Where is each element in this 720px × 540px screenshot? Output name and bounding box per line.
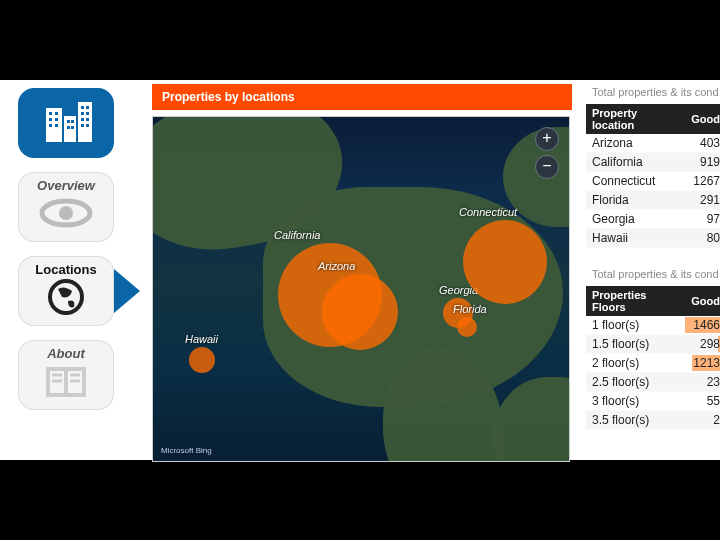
svg-rect-2 <box>78 102 92 142</box>
cell-location: Connecticut <box>586 172 685 191</box>
cell-good: 2 <box>685 411 720 430</box>
svg-rect-10 <box>86 106 89 109</box>
table-row[interactable]: Connecticut1267 <box>586 172 720 191</box>
svg-rect-6 <box>55 118 58 121</box>
cell-location: Florida <box>586 191 685 210</box>
app-window: Overview Locations About <box>0 80 720 460</box>
sidebar-item-logo[interactable] <box>18 88 114 158</box>
col-header: Properties Floors <box>586 286 685 316</box>
table-row[interactable]: California919 <box>586 153 720 172</box>
table-row[interactable]: 2 floor(s)1213 <box>586 354 720 373</box>
map-bubble[interactable] <box>189 347 215 373</box>
eye-icon <box>18 193 114 233</box>
svg-rect-4 <box>55 112 58 115</box>
cell-location: California <box>586 153 685 172</box>
svg-rect-9 <box>81 106 84 109</box>
map-bubble-label: Connecticut <box>459 206 517 218</box>
sidebar-item-locations[interactable]: Locations <box>18 256 114 326</box>
cell-good: 291 <box>685 191 720 210</box>
cell-good: 1466 <box>685 316 720 335</box>
table-caption: Total properties & its cond <box>586 80 720 104</box>
svg-rect-12 <box>86 112 89 115</box>
cell-good: 298 <box>685 335 720 354</box>
svg-rect-17 <box>67 120 70 123</box>
tables-panel: Total properties & its cond Property loc… <box>586 80 720 460</box>
svg-rect-11 <box>81 112 84 115</box>
map-bubble[interactable] <box>457 317 477 337</box>
svg-rect-3 <box>49 112 52 115</box>
table-floors: Properties Floors Good 1 floor(s)14661.5… <box>586 286 720 430</box>
svg-rect-8 <box>55 124 58 127</box>
map-bubble[interactable] <box>322 274 398 350</box>
svg-rect-5 <box>49 118 52 121</box>
svg-rect-18 <box>71 120 74 123</box>
globe-icon <box>18 277 114 317</box>
cell-floors: 3 floor(s) <box>586 392 685 411</box>
map-bubble-label: Arizona <box>318 260 355 272</box>
svg-rect-19 <box>67 126 70 129</box>
map-bubble-label: Florida <box>453 303 487 315</box>
svg-rect-16 <box>86 124 89 127</box>
land-shape <box>493 377 570 462</box>
cell-good: 80 <box>685 229 720 248</box>
table-row[interactable]: 2.5 floor(s)23 <box>586 373 720 392</box>
cell-good: 55 <box>685 392 720 411</box>
main-panel: Properties by locations HawaiiCalifornia… <box>150 80 574 460</box>
cell-good: 1213 <box>685 354 720 373</box>
table-locations: Property location Good Arizona403Califor… <box>586 104 720 248</box>
cell-good: 97 <box>685 210 720 229</box>
table-row[interactable]: 1.5 floor(s)298 <box>586 335 720 354</box>
cell-location: Georgia <box>586 210 685 229</box>
map-view[interactable]: HawaiiCaliforniaArizonaGeorgiaFloridaCon… <box>152 116 570 462</box>
table-caption: Total properties & its cond <box>586 262 720 286</box>
active-pointer-icon <box>114 269 140 313</box>
table-row[interactable]: 1 floor(s)1466 <box>586 316 720 335</box>
cell-location: Arizona <box>586 134 685 153</box>
svg-rect-20 <box>71 126 74 129</box>
cell-good: 919 <box>685 153 720 172</box>
cell-good: 403 <box>685 134 720 153</box>
cell-floors: 1.5 floor(s) <box>586 335 685 354</box>
table-row[interactable]: 3 floor(s)55 <box>586 392 720 411</box>
map-attribution: Microsoft Bing <box>161 446 212 455</box>
table-row[interactable]: Hawaii80 <box>586 229 720 248</box>
col-header: Good <box>685 286 720 316</box>
cell-floors: 2.5 floor(s) <box>586 373 685 392</box>
buildings-icon <box>18 88 114 158</box>
panel-title: Properties by locations <box>152 84 572 110</box>
sidebar-item-label: About <box>18 340 114 361</box>
col-header: Good <box>685 104 720 134</box>
svg-rect-15 <box>81 124 84 127</box>
table-row[interactable]: Florida291 <box>586 191 720 210</box>
svg-rect-14 <box>86 118 89 121</box>
map-bubble-label: California <box>274 229 320 241</box>
svg-rect-13 <box>81 118 84 121</box>
zoom-in-button[interactable]: + <box>535 127 559 151</box>
cell-good: 1267 <box>685 172 720 191</box>
map-bubble-label: Hawaii <box>185 333 218 345</box>
sidebar-item-label: Overview <box>18 172 114 193</box>
svg-point-22 <box>59 206 73 220</box>
table-row[interactable]: Arizona403 <box>586 134 720 153</box>
table-row[interactable]: Georgia97 <box>586 210 720 229</box>
cell-floors: 3.5 floor(s) <box>586 411 685 430</box>
cell-good: 23 <box>685 373 720 392</box>
zoom-out-button[interactable]: − <box>535 155 559 179</box>
sidebar-item-overview[interactable]: Overview <box>18 172 114 242</box>
cell-location: Hawaii <box>586 229 685 248</box>
book-icon <box>18 361 114 401</box>
col-header: Property location <box>586 104 685 134</box>
cell-floors: 1 floor(s) <box>586 316 685 335</box>
map-bubble[interactable] <box>463 220 547 304</box>
cell-floors: 2 floor(s) <box>586 354 685 373</box>
sidebar: Overview Locations About <box>18 80 130 460</box>
sidebar-item-label: Locations <box>18 256 114 277</box>
svg-rect-0 <box>46 108 62 142</box>
svg-rect-7 <box>49 124 52 127</box>
sidebar-item-about[interactable]: About <box>18 340 114 410</box>
table-row[interactable]: 3.5 floor(s)2 <box>586 411 720 430</box>
